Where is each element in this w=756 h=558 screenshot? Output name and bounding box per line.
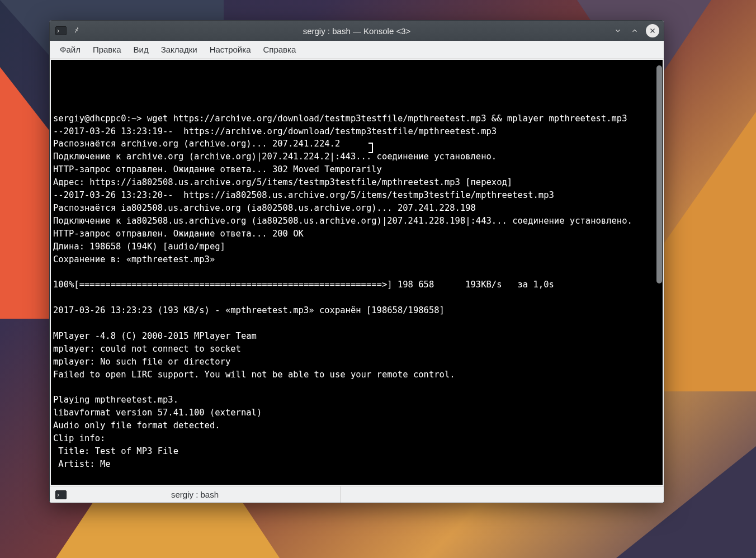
window-title: sergiy : bash — Konsole <3>	[50, 26, 664, 36]
menu-help[interactable]: Справка	[257, 42, 301, 56]
terminal-line: --2017-03-26 13:23:20-- https://ia802508…	[52, 189, 660, 202]
scrollbar[interactable]	[656, 61, 663, 484]
terminal-line: sergiy@dhcppc0:~> wget https://archive.o…	[52, 112, 660, 125]
terminal-content[interactable]: sergiy@dhcppc0:~> wget https://archive.o…	[52, 87, 660, 471]
tab-icon	[55, 490, 67, 499]
terminal-line: HTTP-запрос отправлен. Ожидание ответа..…	[52, 163, 660, 176]
terminal-line: MPlayer -4.8 (C) 2000-2015 MPlayer Team	[52, 330, 660, 343]
menu-bookmarks[interactable]: Закладки	[155, 42, 203, 56]
terminal-line	[52, 381, 660, 394]
terminal-line: Подключение к archive.org (archive.org)|…	[52, 150, 660, 163]
menu-settings[interactable]: Настройка	[204, 42, 257, 56]
menu-view[interactable]: Вид	[128, 42, 154, 56]
terminal-area[interactable]: sergiy@dhcppc0:~> wget https://archive.o…	[51, 60, 663, 485]
terminal-line: Распознаётся archive.org (archive.org)..…	[52, 138, 660, 150]
pin-icon[interactable]	[70, 25, 82, 37]
terminal-line	[52, 266, 660, 278]
terminal-line: Распознаётся ia802508.us.archive.org (ia…	[52, 202, 660, 215]
terminal-line: libavformat version 57.41.100 (external)	[52, 406, 660, 419]
terminal-line: 2017-03-26 13:23:23 (193 KB/s) - «mpthre…	[52, 304, 660, 317]
terminal-line	[52, 317, 660, 330]
terminal-line: Title: Test of MP3 File	[52, 445, 660, 458]
tab-label: sergiy : bash	[171, 490, 219, 499]
menubar: Файл Правка Вид Закладки Настройка Справ…	[50, 41, 664, 59]
minimize-button[interactable]	[612, 25, 623, 36]
terminal-line: 100%[===================================…	[52, 278, 660, 291]
konsole-window: sergiy : bash — Konsole <3> Файл Правка …	[49, 20, 664, 503]
terminal-line	[52, 291, 660, 304]
maximize-button[interactable]	[629, 25, 640, 36]
terminal-line	[52, 87, 660, 100]
terminal-line	[52, 100, 660, 112]
text-cursor-icon	[370, 143, 375, 153]
close-button[interactable]	[646, 24, 659, 37]
terminal-line: Сохранение в: «mpthreetest.mp3»	[52, 253, 660, 266]
terminal-line: --2017-03-26 13:23:19-- https://archive.…	[52, 125, 660, 138]
menu-file[interactable]: Файл	[54, 42, 86, 56]
scrollbar-thumb[interactable]	[656, 65, 662, 283]
terminal-line: Audio only file format detected.	[52, 419, 660, 432]
terminal-line: mplayer: could not connect to socket	[52, 343, 660, 356]
terminal-line: Clip info:	[52, 432, 660, 445]
tabbar: sergiy : bash	[50, 486, 664, 503]
terminal-line: Адрес: https://ia802508.us.archive.org/5…	[52, 176, 660, 189]
terminal-line: Подключение к ia802508.us.archive.org (i…	[52, 215, 660, 228]
menu-edit[interactable]: Правка	[87, 42, 127, 56]
terminal-line: Artist: Me	[52, 458, 660, 471]
titlebar[interactable]: sergiy : bash — Konsole <3>	[50, 21, 664, 41]
terminal-line: Failed to open LIRC support. You will no…	[52, 368, 660, 381]
terminal-line: Playing mpthreetest.mp3.	[52, 394, 660, 406]
terminal-line: Длина: 198658 (194K) [audio/mpeg]	[52, 240, 660, 253]
terminal-line: HTTP-запрос отправлен. Ожидание ответа..…	[52, 228, 660, 240]
app-icon	[55, 26, 67, 35]
terminal-line: mplayer: No such file or directory	[52, 356, 660, 368]
tab-active[interactable]: sergiy : bash	[50, 486, 341, 503]
